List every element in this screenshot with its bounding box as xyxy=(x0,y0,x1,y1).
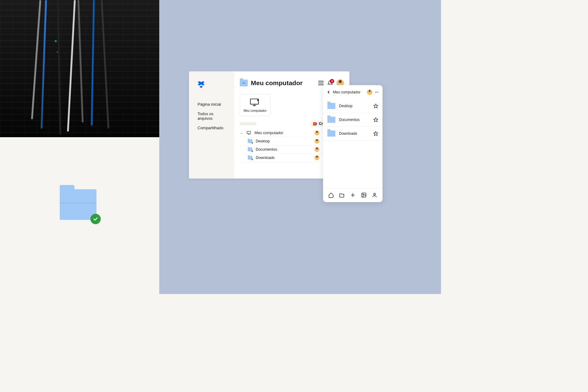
more-icon[interactable]: ⋯ xyxy=(375,90,379,94)
back-button[interactable] xyxy=(327,90,330,94)
mobile-list-row[interactable]: Documentos xyxy=(323,113,383,127)
avatar[interactable] xyxy=(367,89,372,95)
row-label: Desktop xyxy=(256,139,270,143)
row-label: Downloads xyxy=(339,131,357,136)
page-title: Meu computador xyxy=(251,79,303,87)
nav-home-icon[interactable] xyxy=(328,192,334,198)
svg-marker-11 xyxy=(374,131,378,135)
tile-label: Meu computador xyxy=(243,109,266,112)
svg-rect-3 xyxy=(250,99,258,104)
star-icon[interactable] xyxy=(373,131,378,136)
svg-point-15 xyxy=(363,194,364,195)
star-icon[interactable] xyxy=(373,104,378,108)
nav-files-icon[interactable] xyxy=(339,192,345,198)
row-avatar xyxy=(315,130,319,135)
sidebar-item-shared[interactable]: Compartilhado xyxy=(198,126,229,130)
computer-tile[interactable]: Meu computador xyxy=(240,94,270,116)
row-label: Documentos xyxy=(256,147,277,152)
server-rack-photo xyxy=(0,0,159,137)
row-label: Desktop xyxy=(339,104,352,108)
mobile-list-row[interactable]: Downloads xyxy=(323,127,383,141)
notification-badge: 3 xyxy=(330,79,334,83)
dropbox-logo-icon xyxy=(198,81,229,88)
mobile-app-window: Meu computador ⋯ Desktop Documentos xyxy=(323,85,383,202)
nav-photos-icon[interactable] xyxy=(361,192,367,198)
folder-icon xyxy=(248,148,252,151)
star-icon[interactable] xyxy=(373,117,378,122)
folder-icon xyxy=(327,130,335,137)
expand-arrow-icon[interactable]: ▸ xyxy=(241,131,243,135)
nav-add-icon[interactable] xyxy=(350,192,356,198)
synced-folder-icon xyxy=(60,189,96,220)
sidebar-item-all-files[interactable]: Todos os arquivos xyxy=(198,111,229,121)
people-folder-icon xyxy=(240,80,248,86)
row-label: Documentos xyxy=(339,118,360,122)
row-label: Downloads xyxy=(256,156,275,160)
svg-point-8 xyxy=(250,133,251,135)
folder-icon xyxy=(248,139,252,143)
sidebar-item-home[interactable]: Página inicial xyxy=(198,102,229,107)
computer-icon xyxy=(247,131,251,135)
menu-icon[interactable] xyxy=(318,81,324,85)
nav-account-icon[interactable] xyxy=(372,192,377,198)
folder-icon xyxy=(327,103,335,109)
row-avatar xyxy=(315,139,319,144)
mobile-title: Meu computador xyxy=(333,90,360,94)
svg-point-16 xyxy=(374,193,375,195)
mobile-list-row[interactable]: Desktop xyxy=(323,99,383,113)
folder-icon xyxy=(248,156,252,160)
row-label: Meu computador xyxy=(254,131,283,135)
folder-icon xyxy=(327,117,335,123)
svg-marker-9 xyxy=(374,104,378,108)
row-avatar xyxy=(315,147,319,152)
check-badge-icon xyxy=(90,214,101,224)
desktop-sidebar: Página inicial Todos os arquivos Compart… xyxy=(189,71,234,179)
folder-illustration-panel xyxy=(0,137,159,294)
row-avatar xyxy=(315,155,319,160)
placeholder xyxy=(240,122,256,125)
svg-marker-10 xyxy=(374,118,378,122)
